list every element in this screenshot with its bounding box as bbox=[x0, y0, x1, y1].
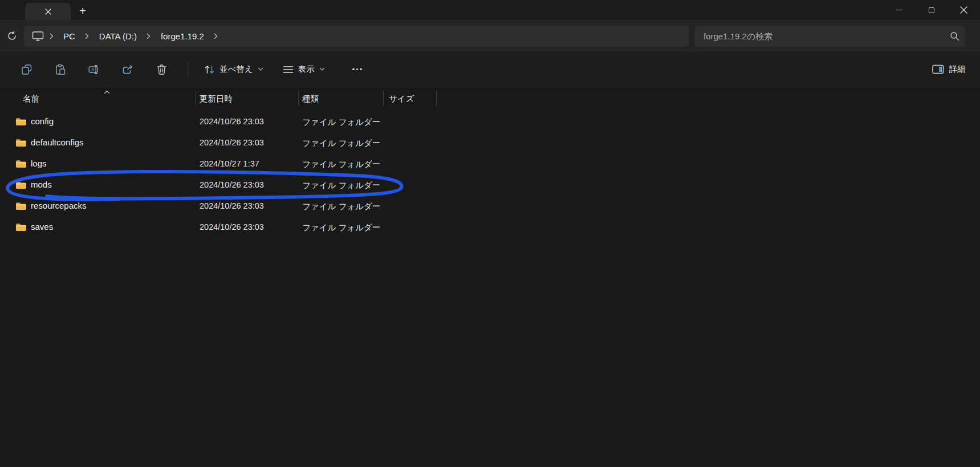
rename-button[interactable]: A bbox=[83, 59, 105, 80]
folder-icon bbox=[15, 159, 26, 170]
sort-label: 並べ替え bbox=[219, 64, 253, 75]
file-row-config[interactable]: config 2024/10/26 23:03 ファイル フォルダー bbox=[0, 111, 980, 132]
new-tab-button[interactable]: + bbox=[75, 3, 91, 19]
column-divider[interactable] bbox=[436, 91, 437, 106]
address-row: PC DATA (D:) forge1.19.2 bbox=[0, 20, 980, 52]
file-name[interactable]: resourcepacks bbox=[31, 201, 87, 210]
minimize-icon bbox=[896, 10, 902, 10]
share-button[interactable] bbox=[117, 59, 139, 80]
breadcrumb-item-pc[interactable]: PC bbox=[59, 29, 80, 43]
command-bar: A 並べ替え 表示 bbox=[0, 52, 980, 87]
breadcrumb-chevron-icon bbox=[211, 33, 221, 39]
sort-dropdown[interactable]: 並べ替え bbox=[198, 59, 269, 80]
file-type: ファイル フォルダー bbox=[302, 180, 380, 191]
column-divider[interactable] bbox=[383, 91, 384, 106]
file-type: ファイル フォルダー bbox=[302, 159, 380, 170]
close-icon bbox=[960, 6, 967, 14]
this-pc-icon bbox=[32, 31, 44, 42]
file-list: 名前 更新日時 種類 サイズ config 2024/10/26 23:03 フ… bbox=[0, 87, 980, 238]
details-pane-icon bbox=[932, 64, 944, 74]
close-icon bbox=[45, 9, 51, 15]
copy-icon bbox=[21, 64, 32, 75]
file-modified: 2024/10/26 23:03 bbox=[200, 201, 264, 210]
refresh-icon bbox=[7, 31, 17, 41]
breadcrumb-item-folder[interactable]: forge1.19.2 bbox=[156, 29, 209, 43]
file-type: ファイル フォルダー bbox=[302, 201, 380, 212]
column-header-size[interactable]: サイズ bbox=[389, 94, 414, 104]
breadcrumb-chevron-icon bbox=[46, 33, 56, 39]
folder-icon bbox=[15, 222, 26, 234]
column-header-type[interactable]: 種類 bbox=[302, 94, 319, 104]
plus-icon: + bbox=[79, 5, 86, 18]
search-bar bbox=[694, 26, 965, 47]
column-headers: 名前 更新日時 種類 サイズ bbox=[0, 87, 980, 109]
file-name[interactable]: config bbox=[31, 116, 54, 126]
file-type: ファイル フォルダー bbox=[302, 222, 380, 233]
details-pane-button[interactable]: 詳細 bbox=[925, 59, 973, 80]
file-row-mods[interactable]: mods 2024/10/26 23:03 ファイル フォルダー bbox=[0, 174, 980, 196]
svg-text:A: A bbox=[91, 67, 95, 72]
column-divider[interactable] bbox=[196, 91, 196, 106]
window-controls bbox=[883, 0, 980, 20]
file-modified: 2024/10/26 23:03 bbox=[200, 138, 264, 147]
file-row-resourcepacks[interactable]: resourcepacks 2024/10/26 23:03 ファイル フォルダ… bbox=[0, 196, 980, 217]
refresh-button[interactable] bbox=[1, 25, 23, 47]
rename-icon: A bbox=[88, 64, 100, 75]
file-name[interactable]: logs bbox=[31, 159, 47, 168]
trash-icon bbox=[156, 64, 167, 75]
view-dropdown[interactable]: 表示 bbox=[277, 59, 331, 80]
close-window-button[interactable] bbox=[948, 0, 980, 20]
minimize-button[interactable] bbox=[883, 0, 915, 20]
file-modified: 2024/10/26 23:03 bbox=[200, 117, 264, 126]
folder-icon bbox=[15, 117, 26, 128]
copy-button[interactable] bbox=[16, 59, 38, 80]
see-more-button[interactable] bbox=[347, 59, 368, 80]
file-name[interactable]: defaultconfigs bbox=[31, 137, 84, 147]
breadcrumb-chevron-icon bbox=[82, 33, 92, 39]
file-row-logs[interactable]: logs 2024/10/27 1:37 ファイル フォルダー bbox=[0, 153, 980, 174]
restore-icon bbox=[929, 7, 934, 13]
folder-icon bbox=[15, 138, 26, 149]
file-name[interactable]: saves bbox=[31, 222, 53, 232]
more-dots-icon bbox=[352, 68, 355, 71]
restore-button[interactable] bbox=[915, 0, 948, 20]
more-dots-icon bbox=[360, 68, 362, 71]
title-bar: + bbox=[0, 0, 980, 20]
file-type: ファイル フォルダー bbox=[302, 117, 380, 128]
breadcrumb-item-drive[interactable]: DATA (D:) bbox=[95, 29, 141, 43]
file-rows: config 2024/10/26 23:03 ファイル フォルダー defau… bbox=[0, 111, 980, 238]
search-input[interactable] bbox=[704, 31, 950, 41]
file-modified: 2024/10/26 23:03 bbox=[200, 180, 264, 189]
folder-icon bbox=[15, 180, 26, 192]
sort-icon bbox=[204, 64, 215, 75]
column-header-modified[interactable]: 更新日時 bbox=[200, 94, 233, 104]
breadcrumb-chevron-icon bbox=[144, 33, 154, 39]
paste-button[interactable] bbox=[50, 59, 71, 80]
share-icon bbox=[122, 64, 134, 75]
file-modified: 2024/10/26 23:03 bbox=[200, 222, 264, 232]
tab-close-button[interactable] bbox=[40, 5, 55, 18]
chevron-down-icon bbox=[319, 67, 325, 71]
delete-button[interactable] bbox=[151, 59, 172, 80]
view-label: 表示 bbox=[298, 64, 315, 75]
file-name[interactable]: mods bbox=[31, 180, 52, 189]
address-bar[interactable]: PC DATA (D:) forge1.19.2 bbox=[24, 26, 689, 47]
file-row-saves[interactable]: saves 2024/10/26 23:03 ファイル フォルダー bbox=[0, 217, 980, 238]
file-type: ファイル フォルダー bbox=[302, 138, 380, 149]
file-row-defaultconfigs[interactable]: defaultconfigs 2024/10/26 23:03 ファイル フォル… bbox=[0, 132, 980, 153]
column-header-name[interactable]: 名前 bbox=[23, 94, 39, 104]
folder-icon bbox=[15, 201, 26, 213]
toolbar-divider bbox=[188, 62, 188, 77]
search-icon[interactable] bbox=[950, 31, 959, 41]
more-dots-icon bbox=[356, 68, 359, 71]
file-modified: 2024/10/27 1:37 bbox=[200, 159, 259, 168]
paste-icon bbox=[55, 64, 66, 75]
explorer-tab[interactable] bbox=[25, 3, 71, 20]
details-label: 詳細 bbox=[949, 64, 966, 75]
view-icon bbox=[283, 65, 294, 74]
sort-ascending-icon bbox=[104, 86, 110, 96]
column-divider[interactable] bbox=[298, 91, 299, 106]
chevron-down-icon bbox=[258, 67, 263, 71]
